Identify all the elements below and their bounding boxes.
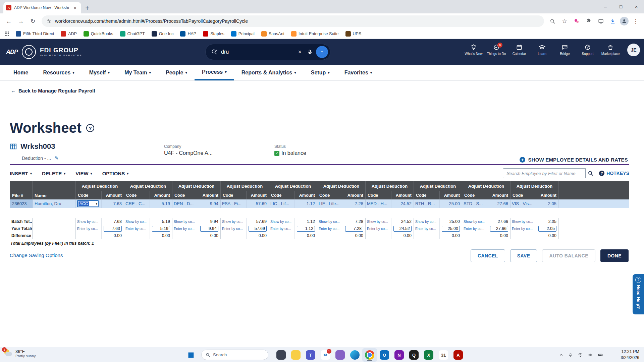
bookmark-item[interactable]: SaasAnt	[261, 31, 284, 37]
deduction-amount-cell[interactable]: 5.19	[150, 199, 172, 208]
header-item-whats-new[interactable]: What's New	[463, 42, 484, 58]
taskbar-app[interactable]: 31	[436, 348, 451, 362]
user-avatar[interactable]: JE	[627, 44, 640, 56]
bookmark-item[interactable]: UPS	[345, 31, 362, 37]
taskbar-app[interactable]: N	[392, 348, 407, 362]
taskbar-app[interactable]	[274, 348, 288, 362]
show-by-code-link[interactable]: Show by co...	[511, 218, 536, 225]
taskbar-app[interactable]: O	[377, 348, 392, 362]
volume-icon[interactable]	[588, 352, 593, 358]
taskbar-search[interactable]: Search	[201, 350, 268, 360]
your-total-input[interactable]: 24.52	[393, 226, 412, 232]
show-by-code-link[interactable]: Show by co...	[124, 218, 150, 225]
hotkeys-button[interactable]: ? HOTKEYS	[599, 171, 629, 176]
show-by-code-link[interactable]: Show by co...	[366, 218, 391, 225]
reload-button[interactable]: ↻	[28, 16, 38, 26]
header-item-calendar[interactable]: Calendar	[508, 42, 530, 58]
taskbar-app[interactable]: Q	[407, 348, 421, 362]
taskbar-app[interactable]	[288, 348, 303, 362]
taskbar-clock[interactable]: 12:21 PM 3/24/2026	[621, 349, 639, 361]
start-button[interactable]	[185, 349, 197, 361]
taskbar-app[interactable]: ✉ 1	[318, 348, 333, 362]
your-total-input[interactable]: 27.66	[490, 226, 508, 232]
header-item-bridge[interactable]: Bridge	[554, 42, 576, 58]
enter-by-code-link[interactable]: Enter by co...	[462, 225, 488, 232]
view-menu-button[interactable]: VIEW	[75, 171, 92, 176]
deduction-amount-cell[interactable]: 25.00	[440, 199, 462, 208]
deduction-code-cell[interactable]: LIC - Lif... ACC ▾	[269, 199, 295, 208]
deduction-code-cell[interactable]: ACC ACC ▾	[76, 199, 102, 208]
new-tab-button[interactable]: +	[84, 5, 91, 11]
deduction-code-cell[interactable]: MED - H... ACC ▾	[366, 199, 391, 208]
address-bar[interactable]: workforcenow.adp.com/theme/admin.html#/P…	[42, 15, 544, 27]
window-maximize-button[interactable]: □	[613, 0, 629, 13]
deduction-code-cell[interactable]: DEN - D... ACC ▾	[172, 199, 198, 208]
enter-by-code-link[interactable]: Enter by co...	[366, 225, 391, 232]
nav-resources[interactable]: Resources	[36, 65, 82, 80]
your-total-input[interactable]: 7.63	[104, 226, 122, 232]
bookmark-star-icon[interactable]: ☆	[559, 16, 570, 26]
weather-widget[interactable]: 1 36°F Partly sunny	[3, 349, 36, 358]
nav-myself[interactable]: Myself	[82, 65, 117, 80]
enter-by-code-link[interactable]: Enter by co...	[76, 225, 102, 232]
header-item-learn[interactable]: Learn	[531, 42, 553, 58]
bookmark-item[interactable]: ChatGPT	[120, 31, 145, 37]
nav-reports-analytics[interactable]: Reports & Analytics	[234, 65, 304, 80]
nav-my-team[interactable]: My Team	[117, 65, 158, 80]
tray-chevron-icon[interactable]	[559, 353, 564, 357]
taskbar-app[interactable]	[347, 348, 362, 362]
deduction-amount-cell[interactable]: 2.05	[536, 199, 558, 208]
header-item-support[interactable]: Support	[577, 42, 598, 58]
deduction-amount-cell[interactable]: 27.66	[488, 199, 510, 208]
enter-by-code-link[interactable]: Enter by co...	[269, 225, 295, 232]
deduction-amount-cell[interactable]: 24.52	[391, 199, 414, 208]
window-minimize-button[interactable]: –	[598, 0, 613, 13]
employee-search-input[interactable]	[503, 168, 586, 178]
download-icon[interactable]	[608, 16, 618, 26]
nav-setup[interactable]: Setup	[304, 65, 337, 80]
deduction-code-cell[interactable]: VIS - Vis... ACC ▾	[511, 199, 536, 208]
search-submit-button[interactable]: ↑	[316, 46, 328, 58]
edit-pencil-icon[interactable]: ✎	[54, 155, 59, 161]
back-button[interactable]: ←	[3, 16, 14, 26]
show-by-code-link[interactable]: Show by co...	[317, 218, 343, 225]
header-item-marketplace[interactable]: Marketplace	[600, 42, 621, 58]
lens-search-icon[interactable]	[547, 16, 557, 26]
show-by-code-link[interactable]: Show by co...	[269, 218, 295, 225]
bookmark-item[interactable]: QuickBooks	[84, 31, 113, 37]
browser-tab[interactable]: A ADP Workforce Now - Workshe... ×	[3, 2, 81, 13]
mic-icon[interactable]	[307, 49, 313, 55]
delete-menu-button[interactable]: DELETE	[42, 171, 65, 176]
enter-by-code-link[interactable]: Enter by co...	[172, 225, 198, 232]
browser-menu-icon[interactable]: ⋮	[631, 16, 641, 26]
site-info-icon[interactable]	[46, 18, 52, 24]
taskbar-app[interactable]	[362, 348, 377, 362]
your-total-input[interactable]: 25.00	[442, 226, 460, 232]
show-by-code-link[interactable]: Show by co...	[172, 218, 198, 225]
taskbar-app[interactable]: A	[451, 348, 466, 362]
options-menu-button[interactable]: OPTIONS	[102, 171, 129, 176]
show-by-code-link[interactable]: Show by co...	[221, 218, 247, 225]
bookmark-item[interactable]: One Inc	[152, 31, 174, 37]
need-help-tab[interactable]: ? Need Help?	[633, 274, 644, 314]
deduction-code-cell[interactable]: CRE - C... ACC ▾	[124, 199, 150, 208]
show-by-code-link[interactable]: Show by co...	[414, 218, 440, 225]
deduction-amount-cell[interactable]: 9.94	[198, 199, 220, 208]
deduction-amount-cell[interactable]: 7.63	[102, 199, 124, 208]
your-total-input[interactable]: 2.05	[538, 226, 556, 232]
change-saving-options-link[interactable]: Change Saving Options	[10, 252, 63, 258]
deduction-code-cell[interactable]: FSA - Fi... ACC ▾	[221, 199, 247, 208]
header-search[interactable]: × ↑	[205, 44, 330, 60]
code-select-dropdown[interactable]: ACC ▾	[77, 200, 99, 207]
bookmark-item[interactable]: Staples	[203, 31, 224, 37]
enter-by-code-link[interactable]: Enter by co...	[317, 225, 343, 232]
deduction-amount-cell[interactable]: 1.12	[295, 199, 317, 208]
tab-close-icon[interactable]: ×	[72, 4, 78, 11]
profile-icon[interactable]	[620, 17, 629, 25]
header-item-things-to-do[interactable]: 8 Things to Do	[486, 42, 507, 58]
save-button[interactable]: SAVE	[510, 249, 537, 262]
your-total-input[interactable]: 1.12	[297, 226, 315, 232]
your-total-input[interactable]: 57.69	[249, 226, 267, 232]
extension-pink-icon[interactable]	[572, 16, 582, 26]
your-total-input[interactable]: 9.94	[200, 226, 218, 232]
